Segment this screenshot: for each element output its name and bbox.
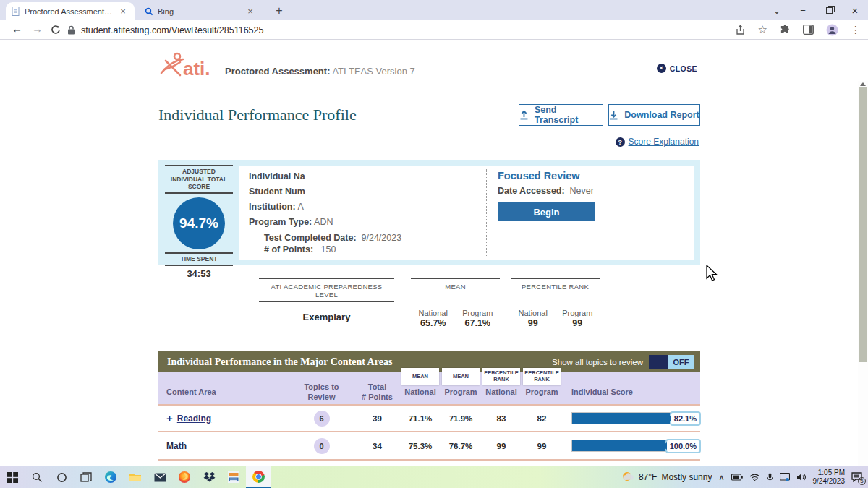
start-button[interactable] [0, 466, 25, 488]
share-icon[interactable] [735, 25, 746, 35]
individual-score-cell: 82.1% [562, 412, 700, 424]
individual-score-cell: 100.0% [562, 440, 700, 452]
ati-logo: ati. [158, 51, 219, 85]
total-score-box: ADJUSTED INDIVIDUAL TOTAL SCORE 94.7% TI… [165, 165, 233, 279]
table-row: Math03475.3%76.7%9999100.0% [158, 432, 700, 461]
mean-program-value: 67.1% [456, 318, 501, 328]
tab-proctored-results[interactable]: Proctored Assessment Results × [6, 2, 135, 20]
score-explanation: ? Score Explanation [616, 137, 699, 147]
mean-program-label: Program [456, 309, 501, 317]
cortana-icon[interactable] [49, 466, 74, 488]
page-scrollbar[interactable] [858, 81, 868, 488]
clock-date: 9/24/2023 [813, 477, 846, 487]
restore-icon [826, 7, 833, 14]
mean-national-value: 65.7% [411, 318, 456, 328]
page-favicon [12, 7, 20, 16]
clock-time: 1:05 PM [813, 468, 846, 478]
taskbar-clock[interactable]: 1:05 PM 9/24/2023 [813, 468, 846, 487]
score-label: ADJUSTED INDIVIDUAL TOTAL SCORE [165, 165, 233, 194]
content-area-cell: Math [158, 441, 289, 451]
percentile-program-value: 99 [556, 318, 600, 328]
tab-title: Proctored Assessment Results [25, 7, 113, 16]
vertical-divider [486, 169, 487, 257]
close-label: CLOSE [670, 64, 697, 73]
window-close-button[interactable]: × [842, 4, 868, 17]
speaker-icon[interactable] [796, 473, 807, 481]
total-points-cell: 34 [354, 442, 400, 450]
side-panel-icon[interactable] [803, 25, 814, 35]
upload-icon [519, 110, 529, 120]
col-individual-score: Individual Score [562, 372, 700, 404]
expand-plus-icon[interactable]: + [166, 413, 173, 424]
mean-header: MEAN [411, 278, 500, 294]
microphone-icon[interactable] [767, 473, 773, 482]
url-address[interactable]: student.atitesting.com/ViewResult/285116… [81, 25, 263, 35]
total-points-cell: 39 [354, 414, 400, 423]
tab-close-icon[interactable]: × [117, 6, 129, 17]
close-button[interactable]: × CLOSE [657, 64, 697, 73]
tab-close-icon[interactable]: × [244, 6, 256, 17]
points-line: # of Points: 150 [264, 244, 336, 254]
send-transcript-label: Send Transcript [535, 105, 603, 125]
battery-icon[interactable] [731, 474, 743, 481]
cast-icon[interactable] [780, 473, 790, 481]
firefox-icon[interactable] [172, 466, 197, 488]
card-inner-panel: Individual Na Student Num Institution: A… [239, 166, 694, 260]
profile-avatar[interactable] [826, 24, 838, 36]
task-view-icon[interactable] [74, 466, 98, 488]
download-icon [609, 110, 618, 120]
individual-name-line: Individual Na [249, 171, 305, 181]
test-completed-line: Test Completed Date: 9/24/2023 [264, 233, 401, 243]
scroll-up-arrow-icon[interactable] [860, 82, 866, 86]
forward-button[interactable]: → [32, 22, 43, 35]
notification-count-badge: 5 [858, 477, 866, 485]
percentile-national-cell: 99 [481, 442, 522, 450]
student-number-line: Student Num [249, 187, 305, 197]
content-area-cell: +Reading [158, 413, 289, 424]
send-transcript-button[interactable]: Send Transcript [519, 104, 603, 126]
total-score-circle: 94.7% [173, 197, 225, 249]
dropbox-icon[interactable] [197, 466, 221, 488]
search-favicon [145, 7, 153, 16]
tab-bing[interactable]: Bing × [139, 2, 262, 20]
content-area-label: Math [166, 441, 187, 451]
mail-icon[interactable] [148, 466, 172, 488]
action-center-icon[interactable]: 5 [851, 472, 862, 482]
back-button[interactable]: ← [12, 22, 22, 35]
mean-values: National65.7% Program67.1% [411, 309, 500, 328]
tab-search-chevron-icon[interactable]: ⌄ [764, 5, 790, 16]
preparedness-value: Exemplary [259, 312, 394, 322]
edge-icon[interactable] [98, 466, 123, 488]
taskbar-weather[interactable]: 87°F Mostly sunny [621, 471, 712, 483]
weather-desc: Mostly sunny [661, 472, 712, 482]
more-menu-icon[interactable]: ⋮ [851, 24, 861, 35]
scrollbar-thumb[interactable] [859, 87, 867, 362]
browser-toolbar: ← → student.atitesting.com/ViewResult/28… [0, 20, 868, 40]
individual-score-bar: 100.0% [571, 440, 700, 452]
content-area-link[interactable]: Reading [177, 414, 211, 424]
svg-text:ati.: ati. [183, 58, 210, 80]
toggle-state: OFF [668, 355, 694, 369]
bookmark-star-icon[interactable]: ☆ [758, 23, 767, 36]
group-header-percentile-national: PERCENTILE RANK [482, 368, 520, 385]
chrome-taskbar-icon[interactable] [246, 466, 271, 488]
begin-button[interactable]: Begin [498, 202, 595, 221]
new-tab-button[interactable]: + [271, 3, 288, 19]
taskbar-search-icon[interactable] [25, 466, 49, 488]
reload-button[interactable] [51, 25, 61, 35]
score-explanation-link[interactable]: Score Explanation [629, 137, 699, 147]
pinned-app-icon[interactable] [221, 466, 246, 488]
group-header-mean-program: MEAN [442, 368, 480, 385]
file-explorer-icon[interactable] [123, 466, 148, 488]
window-minimize-button[interactable]: − [790, 5, 816, 16]
tray-chevron-icon[interactable]: ∧ [718, 473, 724, 482]
wifi-icon[interactable] [749, 474, 760, 481]
download-report-button[interactable]: Download Report [608, 104, 700, 126]
table-title: Individual Performance in the Major Cont… [158, 356, 552, 368]
content-areas-table: Individual Performance in the Major Cont… [158, 351, 700, 461]
weather-icon [621, 471, 634, 483]
show-topics-toggle[interactable]: OFF [649, 355, 694, 369]
lock-icon[interactable] [67, 25, 75, 35]
extensions-puzzle-icon[interactable] [780, 25, 791, 35]
window-restore-button[interactable] [816, 5, 842, 16]
